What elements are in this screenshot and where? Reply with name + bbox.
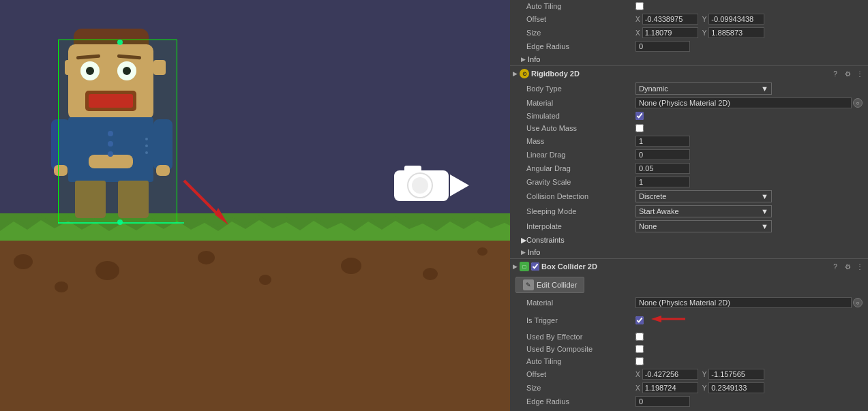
- bc-offset-y-input[interactable]: [708, 369, 764, 380]
- used-by-effector-checkbox[interactable]: [635, 333, 644, 341]
- body-type-dropdown[interactable]: Dynamic ▼: [635, 82, 772, 95]
- bc-material-pick-btn[interactable]: ○: [853, 298, 863, 307]
- auto-tiling-label: Auto Tiling: [526, 2, 635, 10]
- collision-detection-label: Collision Detection: [526, 192, 635, 200]
- info-row-bc2d[interactable]: ▶ Info: [510, 408, 868, 411]
- rigidbody2d-title: Rigidbody 2D: [531, 70, 830, 78]
- gravity-scale-input[interactable]: [635, 177, 690, 187]
- bc-material-value: None (Physics Material 2D): [635, 297, 852, 308]
- rb-material-container: None (Physics Material 2D) ○: [635, 97, 863, 108]
- bc-offset-label: Offset: [526, 370, 635, 378]
- game-view: [0, 0, 510, 411]
- bc-size-y-label: Y: [702, 384, 707, 392]
- edit-collider-label: Edit Collider: [537, 281, 577, 289]
- bc-offset-xy: X Y: [635, 369, 764, 380]
- edge-radius-top-input[interactable]: [635, 41, 690, 52]
- rigidbody2d-header[interactable]: ▶ ⊙ Rigidbody 2D ? ⚙ ⋮: [510, 66, 868, 81]
- ground-dot: [198, 251, 215, 264]
- bc-size-x-input[interactable]: [642, 382, 698, 393]
- bc-offset-y-label: Y: [702, 371, 707, 378]
- body-type-label: Body Type: [526, 85, 635, 93]
- auto-mass-label: Use Auto Mass: [526, 124, 635, 132]
- auto-tiling-checkbox[interactable]: [635, 2, 644, 10]
- bc-auto-tiling-row: Auto Tiling: [510, 355, 868, 367]
- interpolate-label: Interpolate: [526, 222, 635, 230]
- rb2d-section-icons: ? ⚙ ⋮: [830, 68, 865, 79]
- rb2d-arrow: ▶: [513, 70, 518, 77]
- boxcollider2d-header[interactable]: ▶ □ Box Collider 2D ? ⚙ ⋮: [510, 259, 868, 274]
- collider-handle: [117, 219, 123, 225]
- bc-size-label: Size: [526, 384, 635, 392]
- boxcollider2d-section: ▶ □ Box Collider 2D ? ⚙ ⋮ ✎ Edit Collide…: [510, 259, 868, 411]
- angular-drag-input[interactable]: [635, 163, 690, 174]
- ground-dot: [55, 281, 68, 292]
- bc2d-info-btn[interactable]: ?: [830, 261, 841, 272]
- rb2d-icon-box: ⊙: [520, 69, 529, 78]
- bc-offset-x-input[interactable]: [642, 369, 698, 380]
- simulated-row: Simulated: [510, 110, 868, 122]
- collision-detection-dropdown[interactable]: Discrete ▼: [635, 190, 772, 202]
- mass-row: Mass: [510, 134, 868, 148]
- red-arrow-annotation: [177, 177, 232, 225]
- auto-mass-checkbox[interactable]: [635, 124, 644, 132]
- bc-size-row: Size X Y: [510, 381, 868, 395]
- collision-detection-chevron: ▼: [761, 192, 768, 200]
- is-trigger-checkbox[interactable]: [635, 316, 644, 324]
- bc2d-settings-btn[interactable]: ⚙: [842, 261, 853, 272]
- rb-material-value: None (Physics Material 2D): [635, 97, 852, 108]
- bc-material-label: Material: [526, 299, 635, 307]
- rb2d-menu-btn[interactable]: ⋮: [854, 68, 865, 79]
- boxcollider2d-title: Box Collider 2D: [541, 262, 830, 271]
- rb2d-settings-btn[interactable]: ⚙: [842, 68, 853, 79]
- constraints-row[interactable]: ▶ Constraints: [510, 234, 868, 246]
- svg-marker-6: [450, 174, 469, 196]
- offset-x-top-input[interactable]: [642, 14, 698, 25]
- gravity-scale-row: Gravity Scale: [510, 175, 868, 189]
- gravity-scale-label: Gravity Scale: [526, 178, 635, 186]
- bc-edge-radius-input[interactable]: [635, 396, 690, 407]
- info-arrow-rb2d: ▶: [521, 249, 526, 256]
- trigger-arrow-container: [648, 311, 689, 329]
- rb2d-info-btn[interactable]: ?: [830, 68, 841, 79]
- offset-xy-top: X Y: [635, 14, 764, 25]
- offset-row-top: Offset X Y: [510, 12, 868, 26]
- size-x-top-input[interactable]: [642, 27, 698, 38]
- x-label: X: [635, 16, 640, 23]
- info-row-top[interactable]: ▶ Info: [510, 53, 868, 65]
- sleeping-mode-label: Sleeping Mode: [526, 207, 635, 215]
- interpolate-dropdown[interactable]: None ▼: [635, 220, 772, 232]
- used-by-composite-checkbox[interactable]: [635, 345, 644, 353]
- bc-auto-tiling-checkbox[interactable]: [635, 357, 644, 365]
- info-label-rb2d: Info: [528, 248, 540, 256]
- size-row-top: Size X Y: [510, 26, 868, 40]
- used-by-composite-label: Used By Composite: [526, 345, 635, 353]
- bc2d-enabled-checkbox[interactable]: [531, 262, 539, 271]
- rigidbody2d-section: ▶ ⊙ Rigidbody 2D ? ⚙ ⋮ Body Type Dynamic…: [510, 66, 868, 259]
- size-label-top: Size: [526, 29, 635, 37]
- is-trigger-container: [635, 311, 689, 329]
- camera-svg: [394, 164, 469, 208]
- rb-material-pick-btn[interactable]: ○: [853, 98, 863, 108]
- y-label: Y: [702, 16, 707, 23]
- collider-icon: ✎: [523, 279, 534, 290]
- svg-marker-8: [215, 208, 228, 225]
- info-label-top: Info: [528, 55, 540, 63]
- bc2d-menu-btn[interactable]: ⋮: [854, 261, 865, 272]
- top-collider-section: Auto Tiling Offset X Y Size X Y Ed: [510, 0, 868, 66]
- sleeping-mode-chevron: ▼: [761, 207, 768, 215]
- linear-drag-input[interactable]: [635, 149, 690, 160]
- edit-collider-button[interactable]: ✎ Edit Collider: [515, 277, 584, 293]
- bc-auto-tiling-label: Auto Tiling: [526, 357, 635, 365]
- bc-size-y-input[interactable]: [708, 382, 764, 393]
- sleeping-mode-row: Sleeping Mode Start Awake ▼: [510, 204, 868, 219]
- simulated-checkbox[interactable]: [635, 112, 644, 120]
- offset-y-top-input[interactable]: [708, 14, 764, 25]
- svg-point-4: [412, 177, 428, 194]
- mass-input[interactable]: [635, 136, 690, 147]
- constraints-arrow: ▶: [521, 236, 526, 245]
- sleeping-mode-dropdown[interactable]: Start Awake ▼: [635, 205, 772, 217]
- camera-icon: [394, 164, 469, 208]
- info-row-rb2d[interactable]: ▶ Info: [510, 246, 868, 258]
- game-ground: [0, 213, 510, 411]
- size-y-top-input[interactable]: [708, 27, 764, 38]
